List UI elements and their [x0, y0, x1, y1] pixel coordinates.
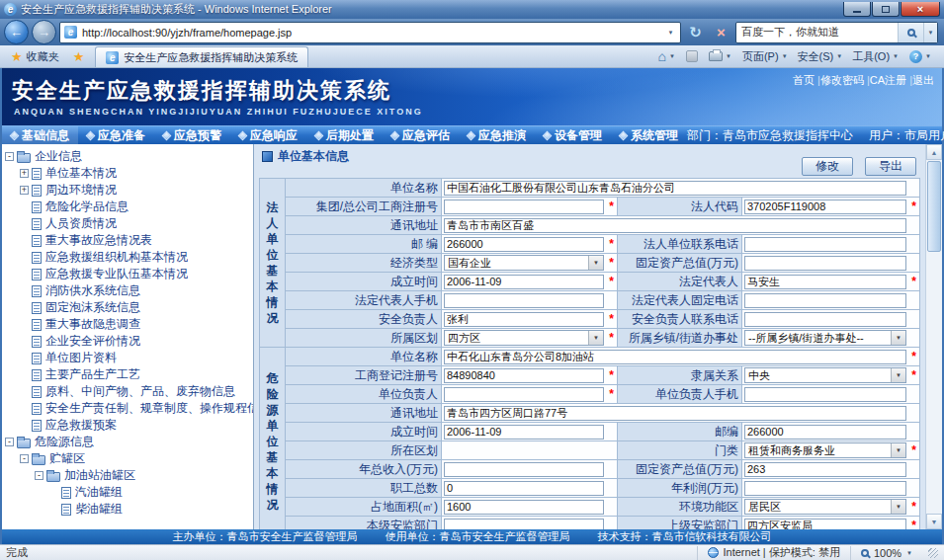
feeds-button[interactable] [681, 48, 703, 64]
scroll-down-icon[interactable]: ▼ [926, 514, 942, 529]
add-favorite-button[interactable]: ★ [66, 48, 92, 65]
text-input[interactable] [444, 387, 604, 402]
header-link-2[interactable]: 修改密码 [820, 74, 864, 86]
nav-item-5[interactable]: 后期处置 [306, 126, 383, 144]
nav-item-1[interactable]: 基础信息 [2, 126, 78, 144]
tree-item[interactable]: 重大事故隐患调查 [2, 316, 253, 333]
help-button[interactable]: ? ▼ [904, 48, 936, 65]
text-input[interactable] [444, 425, 604, 440]
tree-item[interactable]: 单位图片资料 [2, 350, 253, 366]
text-input[interactable] [744, 237, 906, 252]
text-input[interactable] [744, 293, 906, 308]
text-input[interactable] [744, 256, 906, 271]
tree-item[interactable]: 应急救援专业队伍基本情况 [2, 266, 253, 282]
tree-item[interactable]: 人员资质情况 [2, 215, 253, 232]
text-input[interactable] [744, 462, 906, 477]
nav-item-9[interactable]: 系统管理 [611, 126, 687, 144]
tree-item[interactable]: 汽油罐组 [2, 484, 253, 501]
nav-item-2[interactable]: 应急准备 [78, 126, 154, 144]
tree-item[interactable]: 固定泡沫系统信息 [2, 299, 253, 316]
search-input[interactable] [736, 27, 898, 39]
tree-item[interactable]: 危险化学品信息 [2, 199, 253, 215]
maximize-button[interactable] [872, 2, 900, 17]
tree-item[interactable]: -危险源信息 [2, 434, 253, 450]
select-field[interactable]: --所属乡镇/街道办事处--▼ [744, 330, 906, 346]
text-input[interactable] [444, 293, 604, 308]
header-link-3[interactable]: CA注册 [870, 74, 906, 86]
select-field[interactable]: 中央▼ [744, 367, 906, 383]
command-menu-2[interactable]: 安全(S)▼ [793, 47, 848, 66]
text-input[interactable] [444, 406, 906, 421]
browser-tab[interactable]: e 安全生产应急救援指挥辅助决策系统 [95, 46, 308, 67]
export-button[interactable]: 导出 [865, 157, 916, 176]
favorites-button[interactable]: ★ 收藏夹 [4, 47, 66, 66]
forward-button[interactable]: → [32, 20, 56, 44]
tree-item[interactable]: -贮罐区 [2, 450, 253, 467]
zoom-control[interactable]: 100% ▼ [850, 546, 922, 560]
collapse-icon[interactable]: - [5, 152, 14, 161]
search-box[interactable]: ▼ [735, 22, 938, 43]
close-button[interactable]: × [901, 2, 940, 17]
vertical-scrollbar[interactable]: ▲ ▼ [925, 144, 942, 529]
refresh-button[interactable]: ↻ [684, 21, 707, 43]
tree-item[interactable]: -企业信息 [2, 148, 253, 165]
text-input[interactable] [444, 462, 604, 477]
select-field[interactable]: 租赁和商务服务业▼ [744, 442, 906, 458]
scroll-up-icon[interactable]: ▲ [926, 144, 942, 160]
home-button[interactable]: ⌂ ▼ [653, 47, 680, 65]
header-link-4[interactable]: 退出 [912, 74, 934, 86]
modify-button[interactable]: 修改 [802, 157, 853, 176]
tree-item[interactable]: -加油站油罐区 [2, 467, 253, 484]
text-input[interactable] [444, 350, 906, 364]
command-menu-1[interactable]: 页面(P)▼ [737, 47, 793, 66]
nav-item-7[interactable]: 应急推演 [459, 126, 535, 144]
nav-item-3[interactable]: 应急预警 [154, 126, 230, 144]
text-input[interactable] [444, 275, 604, 289]
tree-item[interactable]: 企业安全评价情况 [2, 333, 253, 350]
collapse-icon[interactable]: - [35, 471, 43, 480]
text-input[interactable] [444, 519, 604, 530]
nav-item-6[interactable]: 应急评估 [383, 126, 459, 144]
tree-item[interactable]: 主要产品生产工艺 [2, 366, 253, 383]
nav-item-4[interactable]: 应急响应 [230, 126, 306, 144]
header-link-1[interactable]: 首页 [793, 74, 815, 86]
tree-item[interactable]: 应急救援组织机构基本情况 [2, 249, 253, 266]
text-input[interactable] [444, 368, 604, 383]
text-input[interactable] [744, 200, 906, 214]
text-input[interactable] [444, 312, 604, 327]
text-input[interactable] [744, 425, 906, 440]
text-input[interactable] [444, 481, 604, 496]
tree-item[interactable]: 原料、中间产物、产品、废弃物信息 [2, 383, 253, 400]
text-input[interactable] [744, 275, 906, 289]
text-input[interactable] [444, 500, 604, 515]
tree-item[interactable]: +单位基本情况 [2, 165, 253, 182]
search-dropdown[interactable]: ▼ [923, 23, 937, 42]
tree-item[interactable]: 柴油罐组 [2, 501, 253, 518]
select-field[interactable]: 国有企业▼ [444, 255, 604, 271]
text-input[interactable] [444, 200, 604, 214]
text-input[interactable] [444, 181, 906, 196]
collapse-icon[interactable]: - [20, 454, 29, 463]
back-button[interactable]: ← [4, 20, 29, 44]
tree-item[interactable]: 消防供水系统信息 [2, 282, 253, 299]
expand-icon[interactable]: + [20, 186, 29, 195]
address-dropdown-icon[interactable]: ▼ [663, 30, 678, 36]
scroll-thumb[interactable] [927, 161, 941, 252]
collapse-icon[interactable]: - [5, 438, 14, 446]
minimize-button[interactable] [843, 2, 871, 17]
tree-item[interactable]: 安全生产责任制、规章制度、操作规程信息 [2, 400, 253, 417]
text-input[interactable] [744, 312, 906, 327]
text-input[interactable] [744, 519, 906, 530]
nav-item-8[interactable]: 设备管理 [535, 126, 611, 144]
text-input[interactable] [444, 218, 906, 233]
tree-item[interactable]: +周边环境情况 [2, 182, 253, 199]
search-button[interactable] [898, 23, 923, 42]
stop-button[interactable]: × [710, 21, 732, 43]
select-field[interactable]: 居民区▼ [744, 499, 906, 515]
tree-item[interactable]: 重大事故应急情况表 [2, 232, 253, 249]
print-button[interactable]: ▼ [704, 49, 736, 63]
select-field[interactable]: 四方区▼ [444, 330, 604, 346]
text-input[interactable] [444, 237, 604, 252]
text-input[interactable] [744, 481, 906, 496]
expand-icon[interactable]: + [20, 169, 29, 178]
